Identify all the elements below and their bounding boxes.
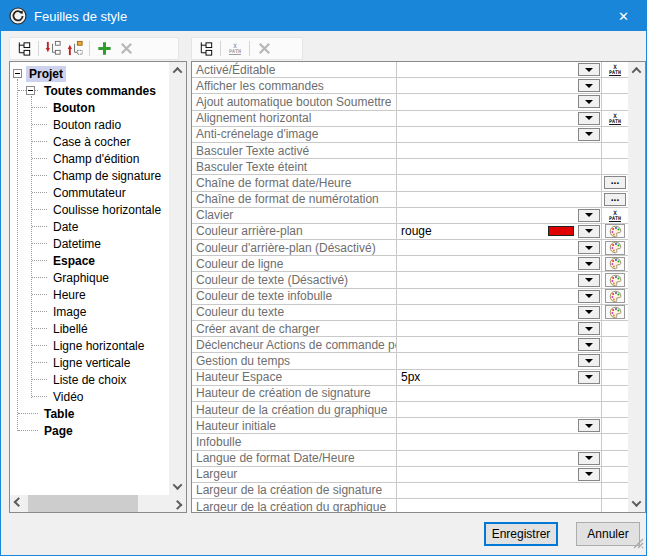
delete-icon[interactable] (115, 39, 137, 58)
color-picker-button[interactable] (605, 305, 625, 319)
tree-item-commutateur[interactable]: Commutateur (10, 184, 169, 201)
property-value-cell[interactable] (397, 175, 602, 190)
tree-item-bouton-radio[interactable]: Bouton radio (10, 116, 169, 133)
collapse-minus-icon[interactable] (13, 69, 22, 78)
resize-grip[interactable] (632, 535, 644, 553)
dropdown-button[interactable] (578, 63, 600, 76)
property-value-cell[interactable] (397, 272, 602, 287)
property-value-cell[interactable] (397, 337, 602, 352)
dropdown-button[interactable] (578, 128, 600, 141)
color-picker-button[interactable] (605, 241, 625, 255)
property-value-cell[interactable] (397, 62, 602, 77)
grid-vertical-scrollbar[interactable] (628, 62, 645, 512)
color-picker-button[interactable] (605, 289, 625, 303)
property-value-cell[interactable] (397, 467, 602, 482)
save-button[interactable]: Enregistrer (484, 522, 558, 546)
insert-child-icon[interactable] (42, 39, 64, 58)
dropdown-button[interactable] (578, 452, 600, 465)
dropdown-button[interactable] (578, 468, 600, 481)
property-value-cell[interactable] (397, 402, 602, 417)
scroll-up-icon[interactable] (169, 62, 186, 79)
scroll-left-icon[interactable] (10, 495, 27, 512)
tree-item-ligne-horizontale[interactable]: Ligne horizontale (10, 337, 169, 354)
tree-item-espace[interactable]: Espace (10, 252, 169, 269)
delete-icon[interactable] (253, 39, 275, 58)
dropdown-button[interactable] (578, 95, 600, 108)
color-picker-button[interactable] (605, 224, 625, 238)
property-value-cell[interactable] (397, 127, 602, 142)
tree-item-champ-de-signature[interactable]: Champ de signature (10, 167, 169, 184)
tree-item-bouton[interactable]: Bouton (10, 99, 169, 116)
property-value-cell[interactable] (397, 111, 602, 126)
tree-horizontal-scrollbar[interactable] (10, 495, 186, 512)
tree-item-coulisse-horizontale[interactable]: Coulisse horizontale (10, 201, 169, 218)
scroll-right-icon[interactable] (169, 495, 186, 512)
tree-item-image[interactable]: Image (10, 303, 169, 320)
property-value-cell[interactable] (397, 418, 602, 433)
tree-item-case-a-cocher[interactable]: Case à cocher (10, 133, 169, 150)
color-picker-button[interactable] (605, 257, 625, 271)
dropdown-button[interactable] (578, 419, 600, 432)
dropdown-button[interactable] (578, 79, 600, 92)
property-value-cell[interactable]: 5px (397, 370, 602, 385)
scrollbar-thumb[interactable] (28, 495, 138, 512)
property-value-cell[interactable]: rouge (397, 224, 602, 239)
color-picker-button[interactable] (605, 273, 625, 287)
property-value-cell[interactable] (397, 256, 602, 271)
tree-vertical-scrollbar[interactable] (169, 62, 186, 495)
property-value-cell[interactable] (397, 94, 602, 109)
xpath-icon[interactable]: XPATH (609, 113, 621, 124)
tree-item-heure[interactable]: Heure (10, 286, 169, 303)
property-value-cell[interactable] (397, 143, 602, 158)
property-value-cell[interactable] (397, 192, 602, 207)
dropdown-button[interactable] (578, 225, 600, 238)
tree-item-date[interactable]: Date (10, 218, 169, 235)
dropdown-button[interactable] (578, 274, 600, 287)
xpath-icon[interactable]: XPATH (609, 64, 621, 75)
tree-item-datetime[interactable]: Datetime (10, 235, 169, 252)
tree-item-graphique[interactable]: Graphique (10, 269, 169, 286)
property-value-cell[interactable] (397, 289, 602, 304)
property-value-cell[interactable] (397, 451, 602, 466)
property-value-cell[interactable] (397, 483, 602, 498)
ellipsis-button[interactable]: ... (604, 193, 626, 206)
tree-item-ligne-verticale[interactable]: Ligne verticale (10, 354, 169, 371)
collapse-minus-icon[interactable] (26, 86, 35, 95)
dropdown-button[interactable] (578, 338, 600, 351)
tree-item-liste-de-choix[interactable]: Liste de choix (10, 371, 169, 388)
property-value-cell[interactable] (397, 208, 602, 223)
property-value-cell[interactable] (397, 353, 602, 368)
cancel-button[interactable]: Annuler (576, 522, 640, 546)
tree-item-table[interactable]: Table (10, 405, 169, 422)
tree-item-toutes-commandes[interactable]: Toutes commandes (10, 82, 169, 99)
property-value-cell[interactable] (397, 434, 602, 449)
close-button[interactable]: ✕ (601, 1, 646, 31)
property-value-cell[interactable] (397, 240, 602, 255)
dropdown-button[interactable] (578, 371, 600, 384)
property-value-cell[interactable] (397, 305, 602, 320)
ellipsis-button[interactable]: ... (604, 176, 626, 189)
tree-structure-icon[interactable] (13, 39, 35, 58)
dropdown-button[interactable] (578, 209, 600, 222)
xpath-icon[interactable]: XPATH (609, 210, 621, 221)
xpath-toolbar-icon[interactable]: XPATH (224, 39, 246, 58)
dropdown-button[interactable] (578, 354, 600, 367)
dropdown-button[interactable] (578, 306, 600, 319)
dropdown-button[interactable] (578, 112, 600, 125)
scroll-down-icon[interactable] (169, 478, 186, 495)
scroll-up-icon[interactable] (628, 62, 645, 79)
property-value-cell[interactable] (397, 386, 602, 401)
property-value-cell[interactable] (397, 159, 602, 174)
dropdown-button[interactable] (578, 290, 600, 303)
scroll-down-icon[interactable] (628, 495, 645, 512)
insert-sibling-icon[interactable] (64, 39, 86, 58)
tree-item-libelle[interactable]: Libellé (10, 320, 169, 337)
tree-item-video[interactable]: Vidéo (10, 388, 169, 405)
dropdown-button[interactable] (578, 257, 600, 270)
tree-structure-icon[interactable] (195, 39, 217, 58)
dropdown-button[interactable] (578, 241, 600, 254)
tree-item-champ-d-edition[interactable]: Champ d'édition (10, 150, 169, 167)
tree-item-projet[interactable]: Projet (10, 65, 169, 82)
add-icon[interactable] (93, 39, 115, 58)
property-value-cell[interactable] (397, 499, 602, 512)
